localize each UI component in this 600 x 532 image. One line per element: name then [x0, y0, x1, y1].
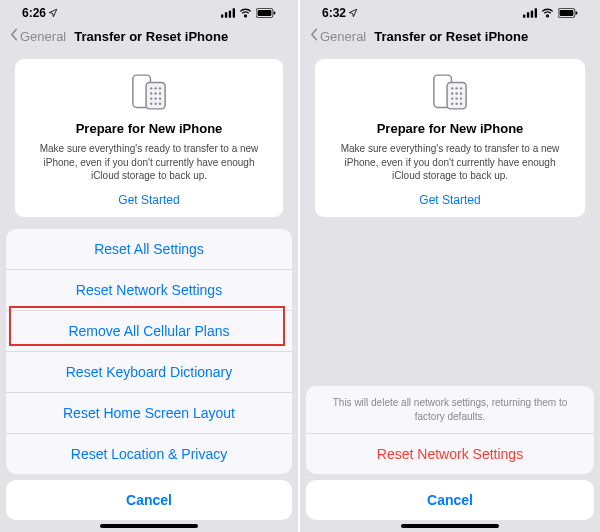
cancel-group: Cancel	[306, 480, 594, 520]
devices-icon	[27, 73, 271, 111]
svg-point-39	[451, 103, 453, 105]
reset-keyboard-dictionary[interactable]: Reset Keyboard Dictionary	[6, 352, 292, 393]
confirm-reset-network-button[interactable]: Reset Network Settings	[306, 434, 594, 474]
svg-rect-21	[523, 14, 525, 17]
svg-point-17	[159, 97, 161, 99]
signal-icon	[523, 8, 537, 18]
svg-rect-2	[229, 10, 231, 17]
svg-point-32	[460, 87, 462, 89]
svg-rect-3	[233, 8, 235, 17]
signal-icon	[221, 8, 235, 18]
status-time: 6:32	[322, 6, 346, 20]
confirm-group: This will delete all network settings, r…	[306, 386, 594, 474]
svg-point-15	[150, 97, 152, 99]
location-icon	[48, 8, 58, 18]
svg-point-30	[451, 87, 453, 89]
svg-point-16	[154, 97, 156, 99]
home-indicator[interactable]	[401, 524, 499, 528]
nav-title: Transfer or Reset iPhone	[74, 29, 228, 44]
svg-point-35	[460, 92, 462, 94]
svg-point-31	[455, 87, 457, 89]
get-started-link[interactable]: Get Started	[27, 193, 271, 207]
battery-icon	[256, 8, 276, 18]
card-title: Prepare for New iPhone	[327, 121, 573, 136]
svg-rect-23	[531, 10, 533, 17]
svg-point-38	[460, 97, 462, 99]
devices-icon	[327, 73, 573, 111]
svg-rect-24	[535, 8, 537, 17]
nav-title: Transfer or Reset iPhone	[374, 29, 528, 44]
svg-point-41	[460, 103, 462, 105]
prepare-card: Prepare for New iPhone Make sure everyth…	[14, 58, 284, 218]
action-sheet: Reset All Settings Reset Network Setting…	[0, 229, 298, 532]
cancel-button[interactable]: Cancel	[6, 480, 292, 520]
svg-point-20	[159, 103, 161, 105]
svg-rect-6	[274, 11, 276, 14]
phone-right: 6:32	[300, 0, 600, 532]
reset-all-settings[interactable]: Reset All Settings	[6, 229, 292, 270]
svg-rect-26	[560, 9, 574, 15]
svg-rect-22	[527, 12, 529, 17]
confirm-sheet: This will delete all network settings, r…	[300, 386, 600, 532]
wifi-icon	[239, 8, 252, 18]
back-button[interactable]: General	[310, 28, 366, 44]
nav-header: General Transfer or Reset iPhone	[300, 22, 600, 52]
wifi-icon	[541, 8, 554, 18]
back-label: General	[20, 29, 66, 44]
cancel-button[interactable]: Cancel	[306, 480, 594, 520]
prepare-card: Prepare for New iPhone Make sure everyth…	[314, 58, 586, 218]
status-bar: 6:26	[0, 0, 298, 22]
svg-rect-29	[447, 82, 466, 108]
svg-point-40	[455, 103, 457, 105]
card-body: Make sure everything's ready to transfer…	[327, 142, 573, 183]
svg-point-11	[159, 87, 161, 89]
get-started-link[interactable]: Get Started	[327, 193, 573, 207]
svg-rect-27	[576, 11, 578, 14]
chevron-left-icon	[10, 28, 18, 44]
confirm-message: This will delete all network settings, r…	[306, 386, 594, 434]
chevron-left-icon	[310, 28, 318, 44]
svg-rect-5	[258, 9, 272, 15]
svg-point-36	[451, 97, 453, 99]
reset-options-group: Reset All Settings Reset Network Setting…	[6, 229, 292, 474]
svg-point-18	[150, 103, 152, 105]
status-time: 6:26	[22, 6, 46, 20]
svg-rect-8	[146, 82, 165, 108]
reset-home-screen-layout[interactable]: Reset Home Screen Layout	[6, 393, 292, 434]
reset-location-privacy[interactable]: Reset Location & Privacy	[6, 434, 292, 474]
svg-rect-1	[225, 12, 227, 17]
cancel-group: Cancel	[6, 480, 292, 520]
home-indicator[interactable]	[100, 524, 198, 528]
back-button[interactable]: General	[10, 28, 66, 44]
nav-header: General Transfer or Reset iPhone	[0, 22, 298, 52]
phone-left: 6:26	[0, 0, 300, 532]
svg-point-10	[154, 87, 156, 89]
svg-point-37	[455, 97, 457, 99]
svg-point-14	[159, 92, 161, 94]
svg-rect-0	[221, 14, 223, 17]
reset-network-settings[interactable]: Reset Network Settings	[6, 270, 292, 311]
card-title: Prepare for New iPhone	[27, 121, 271, 136]
svg-point-33	[451, 92, 453, 94]
svg-point-12	[150, 92, 152, 94]
location-icon	[348, 8, 358, 18]
remove-all-cellular-plans[interactable]: Remove All Cellular Plans	[6, 311, 292, 352]
svg-point-34	[455, 92, 457, 94]
status-bar: 6:32	[300, 0, 600, 22]
svg-point-19	[154, 103, 156, 105]
battery-icon	[558, 8, 578, 18]
back-label: General	[320, 29, 366, 44]
svg-point-13	[154, 92, 156, 94]
card-body: Make sure everything's ready to transfer…	[27, 142, 271, 183]
svg-point-9	[150, 87, 152, 89]
